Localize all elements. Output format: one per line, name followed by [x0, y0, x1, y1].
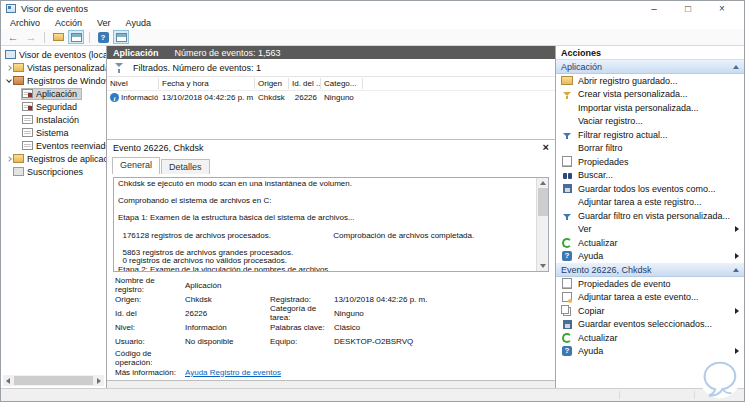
- menu-archivo[interactable]: Archivo: [10, 18, 40, 28]
- event-log-help-link[interactable]: Ayuda Registro de eventos: [185, 368, 281, 377]
- action-importar-vista-personalizada[interactable]: Importar vista personalizada...: [556, 101, 744, 115]
- cell-nivel: Información: [107, 92, 159, 103]
- tree-item-registros-de-aplicaciones[interactable]: Registros de aplicaciones y s: [1, 152, 106, 165]
- tree-item-sistema[interactable]: Sistema: [1, 126, 106, 139]
- scroll-right-button[interactable]: [94, 375, 104, 386]
- close-button[interactable]: ×: [705, 1, 739, 16]
- action-ayuda-evento[interactable]: Ayuda: [556, 345, 744, 359]
- scrollbar-thumb[interactable]: [538, 188, 548, 216]
- action-adjuntar-tarea-evento[interactable]: Adjuntar tarea a este evento...: [556, 291, 744, 305]
- tree-item-visor-de-eventos-local[interactable]: Visor de eventos (local): [1, 48, 106, 61]
- menu-ayuda[interactable]: Ayuda: [126, 18, 151, 28]
- minimize-button[interactable]: –: [637, 1, 671, 16]
- scroll-down-button[interactable]: [537, 261, 549, 271]
- action-pane-toggle-button[interactable]: [113, 30, 129, 44]
- tree-item-registros-de-windows[interactable]: Registros de Windows: [1, 74, 106, 87]
- status-bar: [1, 388, 744, 401]
- attach-task-icon: [561, 292, 573, 303]
- tab-general[interactable]: General: [112, 157, 160, 174]
- event-table-row[interactable]: Información 13/10/2018 04:42:26 p. m. Ch…: [107, 91, 555, 104]
- action-label: Guardar todos los eventos como...: [578, 184, 739, 194]
- column-header-categoria[interactable]: Catego...: [321, 78, 363, 89]
- action-vaciar-registro[interactable]: Vaciar registro...: [556, 115, 744, 129]
- action-actualizar[interactable]: Actualizar: [556, 236, 744, 250]
- tree-item-aplicacion[interactable]: Aplicación: [1, 87, 106, 100]
- field-value: Información: [185, 323, 270, 332]
- chevron-collapsed-icon[interactable]: [5, 155, 13, 163]
- column-header-id-evento[interactable]: Id. del ...: [289, 78, 321, 89]
- tree-item-label: Registros de aplicaciones y s: [27, 154, 106, 164]
- field-label: Nombre de registro:: [115, 276, 185, 294]
- open-saved-log-button[interactable]: [50, 30, 66, 44]
- action-buscar[interactable]: Buscar...: [556, 169, 744, 183]
- tree-item-seguridad[interactable]: Seguridad: [1, 100, 106, 113]
- back-arrow-icon: ←: [8, 32, 19, 43]
- field-label: Palabras clave:: [270, 323, 334, 332]
- folder-icon: [13, 63, 24, 72]
- forward-button[interactable]: →: [23, 30, 39, 44]
- section-header-label: Aplicación: [561, 62, 602, 72]
- column-header-nivel[interactable]: Nivel: [107, 78, 159, 89]
- scroll-left-button[interactable]: [3, 375, 13, 386]
- menu-ver[interactable]: Ver: [97, 18, 111, 28]
- actions-section-aplicacion-header[interactable]: Aplicación: [556, 60, 744, 74]
- tree-item-eventos-reenviados[interactable]: Eventos reenviados: [1, 139, 106, 152]
- tab-detalles[interactable]: Detalles: [161, 159, 210, 174]
- maximize-button[interactable]: □: [671, 1, 705, 16]
- event-message-box[interactable]: Chkdsk se ejecutó en modo scan en una in…: [113, 177, 549, 272]
- action-propiedades[interactable]: Propiedades: [556, 155, 744, 169]
- toolbar-separator: [44, 32, 45, 43]
- refresh-icon: [561, 237, 573, 248]
- collapse-section-icon[interactable]: [733, 268, 739, 272]
- back-button[interactable]: ←: [5, 30, 21, 44]
- tree-item-label: Registros de Windows: [27, 76, 106, 86]
- field-label: Código de operación:: [115, 349, 185, 367]
- help-button[interactable]: ?: [95, 30, 111, 44]
- field-value: 13/10/2018 04:42:26 p. m.: [334, 295, 547, 304]
- icon-placeholder: [561, 143, 573, 154]
- tree-item-vistas-personalizadas[interactable]: Vistas personalizadas: [1, 61, 106, 74]
- information-level-icon: [110, 93, 119, 102]
- tree-horizontal-scrollbar[interactable]: [3, 375, 104, 386]
- actions-section-evento-header[interactable]: Evento 26226, Chkdsk: [556, 263, 744, 277]
- close-detail-icon[interactable]: ×: [543, 141, 549, 154]
- save-icon: [561, 183, 573, 194]
- chevron-collapsed-icon[interactable]: [5, 64, 13, 72]
- chevron-expanded-icon[interactable]: [5, 77, 13, 85]
- column-header-fecha-y-hora[interactable]: Fecha y hora: [159, 78, 255, 89]
- cell-origen: Chkdsk: [255, 92, 289, 103]
- tree-item-suscripciones[interactable]: Suscripciones: [1, 165, 106, 178]
- action-borrar-filtro[interactable]: Borrar filtro: [556, 142, 744, 156]
- field-value: 26226: [185, 309, 270, 318]
- action-filtrar-registro-actual[interactable]: Filtrar registro actual...: [556, 128, 744, 142]
- action-copiar[interactable]: Copiar: [556, 304, 744, 318]
- event-list-panel: Aplicación Número de eventos: 1,563 Filt…: [107, 46, 555, 388]
- action-abrir-registro-guardado[interactable]: Abrir registro guardado...: [556, 74, 744, 88]
- column-header-origen[interactable]: Origen: [255, 78, 289, 89]
- menu-accion[interactable]: Acción: [55, 18, 82, 28]
- scrollbar-thumb[interactable]: [14, 376, 93, 385]
- action-crear-vista-personalizada[interactable]: Crear vista personalizada...: [556, 88, 744, 102]
- field-label: Id. del: [115, 309, 185, 318]
- console-tree-toggle-button[interactable]: [68, 30, 84, 44]
- action-ayuda[interactable]: Ayuda: [556, 250, 744, 264]
- action-adjuntar-tarea-registro[interactable]: Adjuntar tarea a este registro...: [556, 196, 744, 210]
- field-row: Nombre de registro: Aplicación: [115, 278, 547, 292]
- action-guardar-todos-los-eventos[interactable]: Guardar todos los eventos como...: [556, 182, 744, 196]
- more-info-row: Más información: Ayuda Registro de event…: [115, 365, 547, 379]
- message-vertical-scrollbar[interactable]: [536, 178, 548, 271]
- scroll-up-button[interactable]: [537, 178, 549, 188]
- message-line: Chkdsk se ejecutó en modo scan en una in…: [118, 180, 532, 189]
- computer-icon: [5, 50, 16, 59]
- action-guardar-eventos-seleccionados[interactable]: Guardar eventos seleccionados...: [556, 318, 744, 332]
- action-propiedades-de-evento[interactable]: Propiedades de evento: [556, 277, 744, 291]
- tree-item-instalacion[interactable]: Instalación: [1, 113, 106, 126]
- chevron-placeholder: [5, 168, 13, 176]
- action-ver[interactable]: Ver: [556, 223, 744, 237]
- field-value: DESKTOP-O2BSRVQ: [334, 337, 547, 346]
- action-label: Buscar...: [578, 170, 739, 180]
- event-log-icon: [22, 102, 33, 111]
- action-guardar-filtro-vista-personalizada[interactable]: Guardar filtro en vista personalizada...: [556, 209, 744, 223]
- action-actualizar-evento[interactable]: Actualizar: [556, 331, 744, 345]
- collapse-section-icon[interactable]: [733, 65, 739, 69]
